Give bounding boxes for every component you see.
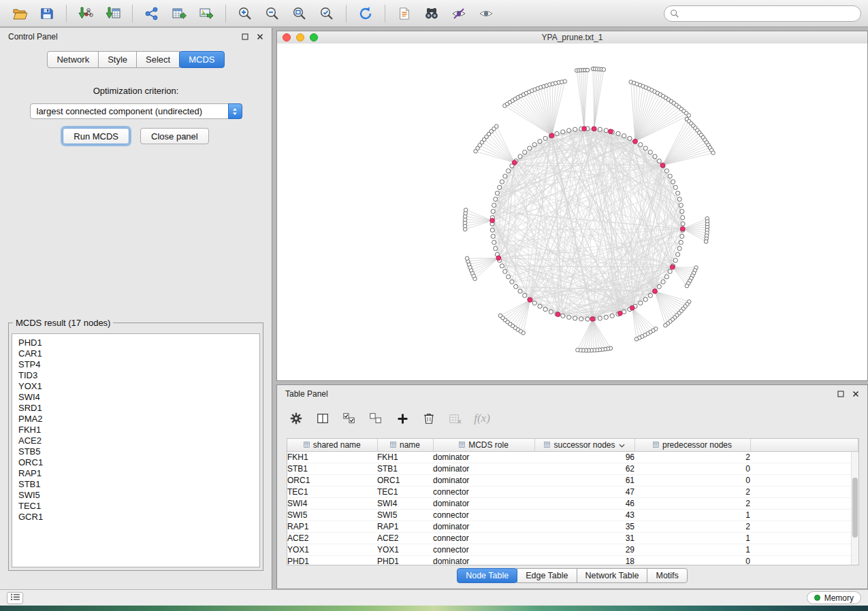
column-header-predecessor-nodes[interactable]: predecessor nodes <box>634 439 750 452</box>
control-panel-float-button[interactable] <box>242 33 248 40</box>
result-item-gcr1[interactable]: GCR1 <box>18 512 259 523</box>
result-item-stb5[interactable]: STB5 <box>18 446 259 457</box>
table-row[interactable]: STB1STB1dominator620 <box>287 463 858 475</box>
search-objects-button[interactable] <box>419 3 445 24</box>
search-input[interactable] <box>683 8 855 19</box>
table-row[interactable]: PHD1PHD1dominator180 <box>287 556 858 566</box>
network-window-titlebar[interactable]: YPA_prune.txt_1 <box>277 31 867 44</box>
table-row[interactable]: SWI4SWI4dominator462 <box>287 498 858 510</box>
memory-button[interactable]: Memory <box>807 591 861 604</box>
open-file-button[interactable] <box>7 3 33 24</box>
hide-selected-icon <box>451 6 466 21</box>
table-cell: 61 <box>534 475 634 486</box>
tab-mcds[interactable]: MCDS <box>179 51 224 68</box>
tab-node-table[interactable]: Node Table <box>457 568 517 583</box>
table-row[interactable]: SWI5SWI5connector431 <box>287 510 858 521</box>
status-bar: Memory <box>0 589 868 606</box>
result-item-stp4[interactable]: STP4 <box>18 359 259 370</box>
table-row[interactable]: RAP1RAP1dominator352 <box>287 521 858 533</box>
tab-style[interactable]: Style <box>98 51 137 68</box>
table-tabs: Node TableEdge TableNetwork TableMotifs <box>277 568 867 583</box>
table-panel-title: Table Panel <box>285 389 328 399</box>
result-item-yox1[interactable]: YOX1 <box>18 381 259 392</box>
table-settings-icon <box>289 412 303 425</box>
node-table-header: shared namenameMCDS rolesuccessor nodesp… <box>287 439 858 452</box>
tab-edge-table[interactable]: Edge Table <box>517 568 577 583</box>
table-cell: TEC1 <box>377 486 433 498</box>
tab-select[interactable]: Select <box>136 51 180 68</box>
export-network-button[interactable] <box>139 3 165 24</box>
zoom-fit-button[interactable] <box>287 3 312 24</box>
delete-column-icon <box>449 412 463 426</box>
result-item-tec1[interactable]: TEC1 <box>18 501 259 512</box>
table-cell: FKH1 <box>287 452 377 463</box>
table-cell: STB1 <box>377 463 433 475</box>
export-image-button[interactable] <box>193 3 219 24</box>
result-item-swi5[interactable]: SWI5 <box>18 490 259 501</box>
import-table-icon <box>106 6 120 21</box>
main-toolbar <box>0 0 868 27</box>
task-history-button[interactable] <box>7 592 23 604</box>
toolbar-separator <box>225 5 226 22</box>
import-table-button[interactable] <box>100 3 126 24</box>
table-panel: Table Panel f(x) shared namenameMCDS rol… <box>276 384 868 589</box>
result-item-orc1[interactable]: ORC1 <box>18 457 259 468</box>
table-row[interactable]: TEC1TEC1connector472 <box>287 486 858 498</box>
delete-column-button <box>445 408 466 429</box>
column-header-shared-name[interactable]: shared name <box>287 439 377 452</box>
result-item-rap1[interactable]: RAP1 <box>18 468 259 479</box>
table-row[interactable]: ORC1ORC1dominator610 <box>287 475 858 486</box>
add-row-button[interactable] <box>391 408 413 429</box>
tab-network-table[interactable]: Network Table <box>577 568 648 583</box>
result-item-stb1[interactable]: STB1 <box>18 479 259 490</box>
zoom-in-button[interactable] <box>232 3 258 24</box>
result-item-swi4[interactable]: SWI4 <box>18 392 259 403</box>
control-panel-close-button[interactable] <box>257 33 263 40</box>
table-panel-close-button[interactable] <box>852 391 859 397</box>
tab-motifs[interactable]: Motifs <box>647 568 687 583</box>
network-canvas[interactable] <box>277 44 867 380</box>
result-item-pma2[interactable]: PMA2 <box>18 414 259 425</box>
table-scrollbar-thumb[interactable] <box>852 478 858 538</box>
node-table: shared namenameMCDS rolesuccessor nodesp… <box>287 438 859 565</box>
hide-selected-button[interactable] <box>446 3 472 24</box>
refresh-view-button[interactable] <box>353 3 379 24</box>
criterion-select[interactable]: largest connected component (undirected) <box>30 103 242 119</box>
run-mcds-button[interactable]: Run MCDS <box>63 128 129 144</box>
column-header-mcds-role[interactable]: MCDS role <box>433 439 534 452</box>
zoom-out-button[interactable] <box>259 3 285 24</box>
mcds-result-list[interactable]: PHD1CAR1STP4TID3YOX1SWI4SRD1PMA2FKH1ACE2… <box>12 333 260 567</box>
table-column-icon <box>544 440 550 450</box>
show-all-button[interactable] <box>473 3 499 24</box>
save-session-button[interactable] <box>34 3 60 24</box>
delete-row-button[interactable] <box>418 408 440 429</box>
table-scrollbar[interactable] <box>851 452 858 565</box>
table-row[interactable]: ACE2ACE2connector311 <box>287 533 858 544</box>
column-header-successor-nodes[interactable]: successor nodes <box>534 439 634 452</box>
table-cell: dominator <box>433 475 534 486</box>
result-item-srd1[interactable]: SRD1 <box>18 403 259 414</box>
deselect-all-button[interactable] <box>365 408 387 429</box>
table-cell-filler <box>750 463 858 475</box>
table-cell-filler <box>750 475 858 486</box>
table-row[interactable]: FKH1FKH1dominator962 <box>287 452 858 463</box>
column-layout-button[interactable] <box>312 408 334 429</box>
import-network-button[interactable] <box>73 3 99 24</box>
table-row[interactable]: YOX1YOX1connector291 <box>287 544 858 556</box>
control-panel: Control Panel NetworkStyleSelectMCDS Opt… <box>0 28 272 589</box>
column-header-name[interactable]: name <box>377 439 433 452</box>
tab-network[interactable]: Network <box>47 51 99 68</box>
result-item-tid3[interactable]: TID3 <box>18 370 259 381</box>
result-item-car1[interactable]: CAR1 <box>18 348 259 359</box>
result-item-fkh1[interactable]: FKH1 <box>18 425 259 435</box>
table-panel-float-button[interactable] <box>837 391 844 397</box>
export-table-button[interactable] <box>166 3 192 24</box>
zoom-selected-button[interactable] <box>314 3 340 24</box>
mcds-close-panel-button[interactable]: Close panel <box>140 128 209 144</box>
result-item-ace2[interactable]: ACE2 <box>18 435 259 446</box>
select-all-button[interactable] <box>338 408 360 429</box>
table-settings-button[interactable] <box>285 408 307 429</box>
search-box[interactable] <box>664 5 861 22</box>
result-item-phd1[interactable]: PHD1 <box>18 337 259 348</box>
copy-style-button[interactable] <box>391 3 417 24</box>
